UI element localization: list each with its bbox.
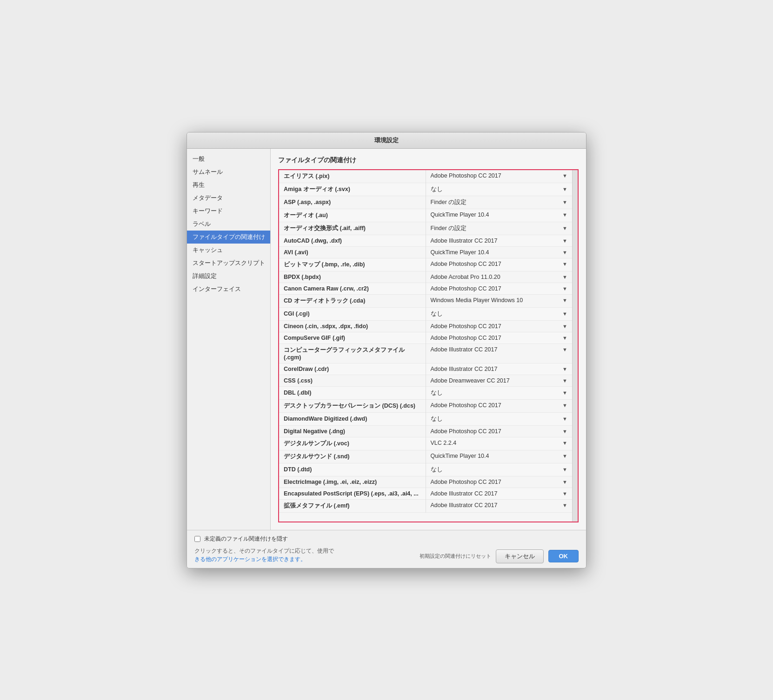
app-cell[interactable]: Adobe Illustrator CC 2017▼	[426, 344, 573, 355]
sidebar-item-7[interactable]: キャッシュ	[187, 244, 270, 257]
dropdown-arrow-icon[interactable]: ▼	[562, 297, 567, 303]
table-row: CompuServe GIF (.gif)Adobe Photoshop CC …	[279, 332, 572, 343]
app-name: QuickTime Player 10.4	[431, 249, 559, 256]
app-cell[interactable]: VLC 2.2.4▼	[426, 437, 573, 449]
dropdown-arrow-icon[interactable]: ▼	[562, 378, 567, 383]
table-row: Encapsulated PostScript (EPS) (.eps, .ai…	[279, 488, 572, 499]
dropdown-arrow-icon[interactable]: ▼	[562, 238, 567, 244]
table-row: CorelDraw (.cdr)Adobe Illustrator CC 201…	[279, 363, 572, 375]
dropdown-arrow-icon[interactable]: ▼	[562, 225, 567, 231]
app-name: Finder の設定	[431, 198, 559, 206]
file-type-cell: Cineon (.cin, .sdpx, .dpx, .fido)	[279, 320, 426, 332]
app-cell[interactable]: Windows Media Player Windows 10▼	[426, 295, 573, 306]
app-cell[interactable]: Adobe Photoshop CC 2017▼	[426, 283, 573, 294]
app-cell[interactable]: Finder の設定▼	[426, 196, 573, 209]
scrollbar[interactable]	[572, 170, 578, 522]
app-cell[interactable]: なし▼	[426, 308, 573, 320]
app-cell[interactable]: Finder の設定▼	[426, 222, 573, 235]
dropdown-arrow-icon[interactable]: ▼	[562, 453, 567, 459]
app-cell[interactable]: QuickTime Player 10.4▼	[426, 450, 573, 462]
cancel-button[interactable]: キャンセル	[496, 549, 544, 563]
sidebar-item-10[interactable]: インターフェイス	[187, 283, 270, 296]
sidebar-item-4[interactable]: キーワード	[187, 205, 270, 218]
sidebar-item-0[interactable]: 一般	[187, 152, 270, 165]
sidebar-item-6[interactable]: ファイルタイプの関連付け	[187, 231, 270, 244]
app-cell[interactable]: Adobe Photoshop CC 2017▼	[426, 258, 573, 270]
reset-button[interactable]: 初期設定の関連付けにリセット	[420, 553, 491, 560]
file-type-cell: CSS (.css)	[279, 375, 426, 386]
app-name: なし	[431, 310, 559, 318]
preferences-dialog: 環境設定 一般サムネール再生メタデータキーワードラベルファイルタイプの関連付けキ…	[187, 132, 586, 568]
dropdown-arrow-icon[interactable]: ▼	[562, 173, 567, 178]
app-cell[interactable]: Adobe Illustrator CC 2017▼	[426, 500, 573, 511]
table-scroll[interactable]: エイリアス (.pix)Adobe Photoshop CC 2017▼Amig…	[279, 170, 572, 522]
app-cell[interactable]: なし▼	[426, 413, 573, 425]
app-cell[interactable]: Adobe Illustrator CC 2017▼	[426, 235, 573, 246]
app-cell[interactable]: Adobe Illustrator CC 2017▼	[426, 363, 573, 375]
dropdown-arrow-icon[interactable]: ▼	[562, 186, 567, 192]
file-type-cell: Digital Negative (.dng)	[279, 425, 426, 437]
sidebar-item-2[interactable]: 再生	[187, 178, 270, 192]
app-cell[interactable]: Adobe Photoshop CC 2017▼	[426, 476, 573, 488]
dialog-title: 環境設定	[374, 137, 399, 144]
app-cell[interactable]: Adobe Photoshop CC 2017▼	[426, 170, 573, 181]
dropdown-arrow-icon[interactable]: ▼	[562, 390, 567, 396]
dropdown-arrow-icon[interactable]: ▼	[562, 502, 567, 508]
file-type-cell: DTD (.dtd)	[279, 463, 426, 476]
table-row: オーディオ (.au)QuickTime Player 10.4▼	[279, 209, 572, 222]
dropdown-arrow-icon[interactable]: ▼	[562, 311, 567, 317]
app-cell[interactable]: Adobe Acrobat Pro 11.0.20▼	[426, 271, 573, 283]
app-cell[interactable]: なし▼	[426, 387, 573, 399]
ok-button[interactable]: OK	[548, 550, 579, 562]
hide-undefined-checkbox[interactable]	[194, 536, 200, 542]
app-cell[interactable]: なし▼	[426, 463, 573, 476]
table-row: AVI (.avi)QuickTime Player 10.4▼	[279, 246, 572, 258]
table-wrapper: エイリアス (.pix)Adobe Photoshop CC 2017▼Amig…	[278, 169, 579, 522]
dropdown-arrow-icon[interactable]: ▼	[562, 440, 567, 446]
sidebar: 一般サムネール再生メタデータキーワードラベルファイルタイプの関連付けキャッシュス…	[187, 149, 271, 530]
dropdown-arrow-icon[interactable]: ▼	[562, 347, 567, 352]
app-cell[interactable]: Adobe Photoshop CC 2017▼	[426, 426, 573, 437]
table-row: 拡張メタファイル (.emf)Adobe Illustrator CC 2017…	[279, 499, 572, 512]
file-type-cell: ASP (.asp, .aspx)	[279, 196, 426, 209]
sidebar-item-3[interactable]: メタデータ	[187, 192, 270, 205]
sidebar-item-8[interactable]: スタートアップスクリプト	[187, 257, 270, 270]
app-cell[interactable]: QuickTime Player 10.4▼	[426, 247, 573, 258]
file-type-cell: コンピューターグラフィックスメタファイル (.cgm)	[279, 343, 426, 363]
app-name: Adobe Photoshop CC 2017	[431, 428, 559, 435]
dropdown-arrow-icon[interactable]: ▼	[562, 250, 567, 255]
dropdown-arrow-icon[interactable]: ▼	[562, 324, 567, 329]
dropdown-arrow-icon[interactable]: ▼	[562, 274, 567, 280]
file-type-cell: Canon Camera Raw (.crw, .cr2)	[279, 283, 426, 294]
sidebar-item-9[interactable]: 詳細設定	[187, 270, 270, 283]
dropdown-arrow-icon[interactable]: ▼	[562, 416, 567, 422]
dropdown-arrow-icon[interactable]: ▼	[562, 403, 567, 408]
app-cell[interactable]: Adobe Dreamweaver CC 2017▼	[426, 375, 573, 386]
dropdown-arrow-icon[interactable]: ▼	[562, 491, 567, 496]
table-row: CGI (.cgi)なし▼	[279, 307, 572, 320]
dropdown-arrow-icon[interactable]: ▼	[562, 212, 567, 218]
table-row: BPDX (.bpdx)Adobe Acrobat Pro 11.0.20▼	[279, 271, 572, 283]
dropdown-arrow-icon[interactable]: ▼	[562, 467, 567, 472]
app-cell[interactable]: Adobe Illustrator CC 2017▼	[426, 488, 573, 499]
dropdown-arrow-icon[interactable]: ▼	[562, 335, 567, 341]
dropdown-arrow-icon[interactable]: ▼	[562, 366, 567, 372]
app-cell[interactable]: Adobe Photoshop CC 2017▼	[426, 332, 573, 343]
app-name: Adobe Photoshop CC 2017	[431, 285, 559, 292]
app-name: なし	[431, 415, 559, 423]
dropdown-arrow-icon[interactable]: ▼	[562, 199, 567, 205]
dropdown-arrow-icon[interactable]: ▼	[562, 286, 567, 291]
file-type-cell: CGI (.cgi)	[279, 307, 426, 320]
sidebar-item-5[interactable]: ラベル	[187, 218, 270, 231]
dropdown-arrow-icon[interactable]: ▼	[562, 429, 567, 434]
app-cell[interactable]: QuickTime Player 10.4▼	[426, 209, 573, 220]
app-cell[interactable]: Adobe Photoshop CC 2017▼	[426, 321, 573, 332]
footer-hint: クリックすると、そのファイルタイプに応じて、使用で きる他のアプリケーションを選…	[194, 547, 334, 563]
app-name: Adobe Photoshop CC 2017	[431, 172, 559, 179]
app-cell[interactable]: Adobe Photoshop CC 2017▼	[426, 400, 573, 411]
app-cell[interactable]: なし▼	[426, 183, 573, 196]
file-type-cell: ビットマップ (.bmp, .rle, .dib)	[279, 258, 426, 271]
sidebar-item-1[interactable]: サムネール	[187, 165, 270, 178]
dropdown-arrow-icon[interactable]: ▼	[562, 479, 567, 485]
dropdown-arrow-icon[interactable]: ▼	[562, 261, 567, 267]
